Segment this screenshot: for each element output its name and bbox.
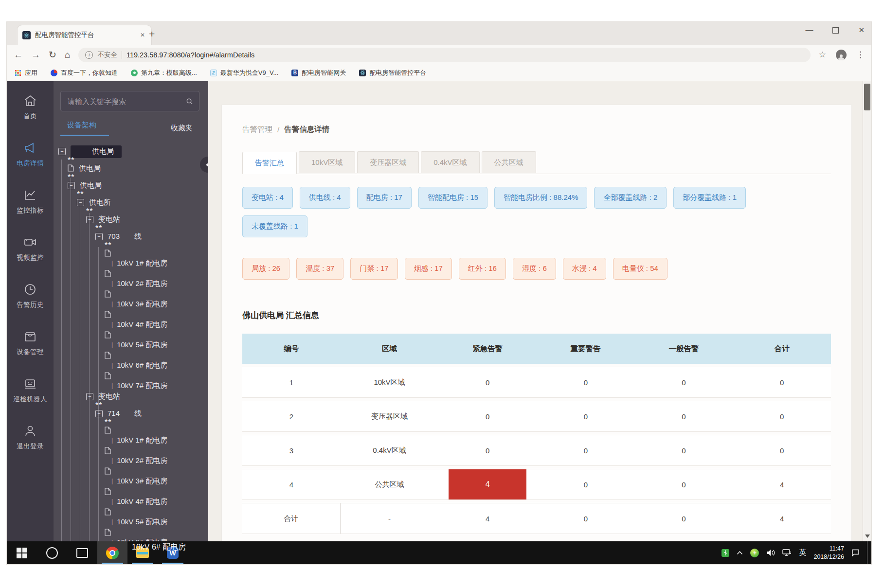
tree-node[interactable]: ** 供电局 [54, 158, 208, 173]
tree-node-label[interactable]: 变电站 [98, 392, 120, 401]
cortana-button[interactable] [37, 541, 67, 564]
tree-node-leaf[interactable]: | 10kV 6# 配电房 [54, 351, 208, 370]
tree-node-label[interactable]: 变电站 [98, 215, 120, 224]
bookmark-star-icon[interactable]: ☆ [819, 50, 826, 60]
ime-indicator[interactable]: 英 [799, 548, 806, 557]
sidebar-item-logout[interactable]: 退出登录 [7, 424, 54, 471]
back-icon[interactable]: ← [14, 50, 23, 60]
stat-smoke[interactable]: 烟感 : 17 [405, 258, 452, 280]
tree-node-label[interactable]: 供电所 [89, 198, 111, 207]
tree-node-leaf[interactable]: | 10kV 5# 配电房 [54, 331, 208, 350]
home-icon[interactable]: ⌂ [65, 50, 70, 60]
tree-node-leaf[interactable]: | 10kV 3# 配电房 [54, 290, 208, 309]
tree-node[interactable]: ** 变电站 [54, 209, 208, 224]
tree-node-leaf[interactable]: | 10kV 5# 配电房 [54, 508, 208, 527]
browser-menu-icon[interactable]: ⋮ [856, 50, 865, 60]
stat-power-meter[interactable]: 电量仪 : 54 [613, 258, 668, 280]
tree-node-leaf[interactable]: ** | 10kV 1# 配电房 [54, 420, 208, 445]
bookmark-huawei-box[interactable]: Z 最新华为悦盒V9_V... [210, 69, 278, 77]
address-bar[interactable]: i 不安全 119.23.58.97:8080/a?login#/alarmDe… [78, 48, 810, 62]
breadcrumb-level1[interactable]: 告警管理 [242, 125, 272, 135]
tree-node[interactable]: ** 703 线 [54, 226, 208, 241]
stat-supply-line[interactable]: 供电线 : 4 [300, 187, 350, 209]
sidebar-item-alarm-history[interactable]: 告警历史 [7, 283, 54, 330]
vertical-scrollbar[interactable] [863, 81, 871, 541]
info-icon[interactable]: i [85, 51, 93, 59]
tree-node-leaf[interactable]: | 10kV 7# 配电房 [54, 372, 208, 391]
tree-node-label[interactable]: 10kV 4# 配电房 [117, 497, 167, 506]
stat-smart-room[interactable]: 智能配电房 : 15 [418, 187, 487, 209]
tree-node-label[interactable]: 703 线 [108, 232, 142, 241]
action-center-icon[interactable] [851, 549, 860, 556]
collapse-icon[interactable] [86, 393, 93, 400]
tab-alarm-summary[interactable]: 告警汇总 [242, 152, 297, 174]
collapse-icon[interactable] [58, 148, 66, 155]
stat-fully-covered-lines[interactable]: 全部覆盖线路 : 2 [594, 187, 667, 209]
stat-infrared[interactable]: 红外 : 16 [459, 258, 506, 280]
sidebar-item-device-management[interactable]: 设备管理 [7, 330, 54, 377]
show-desktop-divider[interactable] [867, 541, 867, 564]
stat-humidity[interactable]: 湿度 : 6 [513, 258, 556, 280]
close-window-icon[interactable]: ✕ [858, 26, 865, 35]
sidebar-item-video-monitor[interactable]: 视频监控 [7, 235, 54, 283]
tree-node[interactable]: ** 供电所 [54, 192, 208, 207]
bookmark-chapter9[interactable]: 第九章：模版高级... [131, 69, 197, 77]
tree-node-label[interactable]: 10kV 3# 配电房 [117, 300, 167, 309]
tab-device-structure[interactable]: 设备架构 [60, 121, 109, 136]
collapse-icon[interactable] [95, 233, 103, 240]
tree-node-label[interactable]: 供电局 [80, 181, 102, 190]
tree-node-leaf[interactable]: | 10kV 4# 配电房 [54, 487, 208, 506]
stat-partial-discharge[interactable]: 局放 : 26 [242, 258, 289, 280]
tree-node-root[interactable]: 供电局 [54, 147, 208, 156]
tree-node[interactable]: ** 供电局 [54, 175, 208, 190]
tree-node-label[interactable]: 10kV 6# 配电房 [117, 538, 167, 542]
minimize-icon[interactable]: — [805, 26, 813, 35]
tab-public-region[interactable]: 公共区域 [482, 151, 536, 173]
tree-node[interactable]: ** 714 线 [54, 403, 208, 418]
bookmark-platform[interactable]: 配电房智能管控平台 [359, 69, 426, 77]
close-tab-icon[interactable]: ✕ [139, 32, 146, 38]
stat-door-access[interactable]: 门禁 : 17 [350, 258, 397, 280]
network-monitor-icon[interactable] [782, 549, 792, 556]
scrollbar-down-arrow[interactable] [863, 531, 871, 541]
start-button[interactable] [7, 541, 37, 564]
tree-node-label[interactable]: 10kV 4# 配电房 [117, 320, 167, 329]
tab-favorites[interactable]: 收藏夹 [171, 124, 199, 133]
tree-node-label[interactable]: 10kV 1# 配电房 [117, 259, 167, 268]
forward-icon[interactable]: → [31, 50, 40, 60]
sidebar-item-room-details[interactable]: 电房详情 [7, 141, 54, 188]
collapse-icon[interactable] [95, 410, 103, 417]
tab-10kv-region[interactable]: 10kV区域 [299, 151, 355, 173]
browser-tab[interactable]: 配电房智能管控平台 ✕ [18, 25, 151, 45]
tree-node-label[interactable]: 10kV 1# 配电房 [117, 436, 167, 445]
stat-distribution-room[interactable]: 配电房 : 17 [357, 187, 412, 209]
tree-node-leaf[interactable]: | 10kV 6# 配电房 [54, 528, 208, 541]
volume-icon[interactable] [766, 549, 775, 556]
tree-node-label[interactable]: 10kV 3# 配电房 [117, 477, 167, 486]
tree-node-label[interactable]: 10kV 2# 配电房 [117, 279, 167, 288]
tree-node-label-selected[interactable]: 供电局 [71, 145, 122, 158]
sidebar-item-inspection-robot[interactable]: 巡检机器人 [7, 377, 54, 424]
scrollbar-thumb[interactable] [864, 84, 870, 110]
sidebar-item-monitor-metrics[interactable]: 监控指标 [7, 188, 54, 235]
sidebar-item-home[interactable]: 首页 [7, 94, 54, 141]
collapse-icon[interactable] [86, 216, 93, 223]
collapse-icon[interactable] [77, 199, 84, 206]
bookmark-apps[interactable]: 应用 [15, 69, 37, 77]
reload-icon[interactable]: ↻ [49, 49, 56, 60]
tree-node-label[interactable]: 10kV 7# 配电房 [117, 381, 167, 391]
tree-node-label[interactable]: 供电局 [79, 164, 101, 173]
bookmark-gateway[interactable]: B 配电房智能网关 [291, 69, 346, 77]
tree-node-leaf[interactable]: | 10kV 2# 配电房 [54, 269, 208, 288]
tab-transformer-region[interactable]: 变压器区域 [357, 151, 419, 173]
tree-search-box[interactable] [60, 91, 199, 111]
tray-chevron-icon[interactable] [737, 551, 743, 555]
url-text[interactable]: 119.23.58.97:8080/a?login#/alarmDetails [126, 51, 254, 59]
stat-water[interactable]: 水浸 : 4 [563, 258, 606, 280]
stat-partially-covered-lines[interactable]: 部分覆盖线路 : 1 [673, 187, 746, 209]
taskbar-chrome[interactable] [97, 541, 127, 564]
tree-node-leaf[interactable]: | 10kV 2# 配电房 [54, 446, 208, 465]
stat-temperature[interactable]: 温度 : 37 [296, 258, 343, 280]
tree-node-leaf[interactable]: ** | 10kV 1# 配电房 [54, 243, 208, 268]
stat-smart-room-ratio[interactable]: 智能电房比例 : 88.24% [494, 187, 587, 209]
